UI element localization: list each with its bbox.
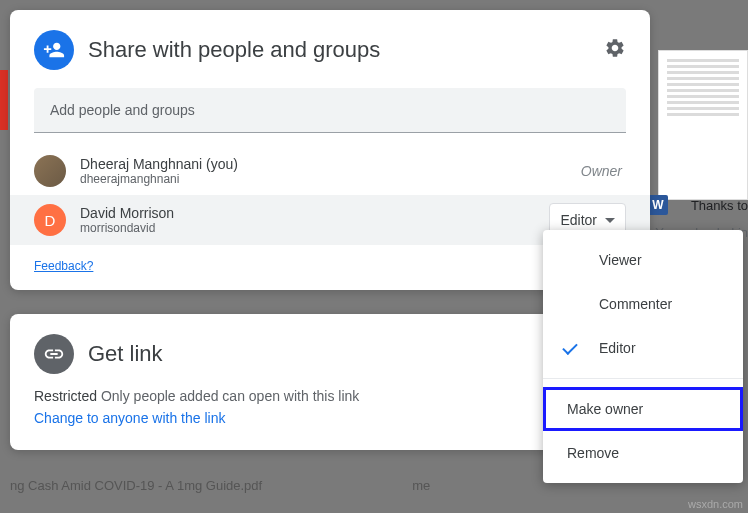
restricted-label: Restricted (34, 388, 97, 404)
bg-file-name: ng Cash Amid COVID-19 - A 1mg Guide.pdf (10, 478, 262, 493)
watermark: wsxdn.com (688, 498, 743, 510)
menu-item-viewer[interactable]: Viewer (543, 238, 743, 282)
bg-file-owner: me (412, 478, 430, 493)
person-email: morrisondavid (80, 221, 535, 235)
person-email: dheerajmanghnani (80, 172, 567, 186)
menu-item-commenter[interactable]: Commenter (543, 282, 743, 326)
role-dropdown-label: Editor (560, 212, 597, 228)
person-row-owner: Dheeraj Manghnani (you) dheerajmanghnani… (10, 147, 650, 195)
bg-thanks-text: Thanks to (691, 198, 748, 213)
role-dropdown-menu: Viewer Commenter Editor Make owner Remov… (543, 230, 743, 483)
feedback-link[interactable]: Feedback? (34, 259, 93, 273)
avatar: D (34, 204, 66, 236)
avatar (34, 155, 66, 187)
menu-item-editor[interactable]: Editor (543, 326, 743, 370)
link-icon (34, 334, 74, 374)
chevron-down-icon (605, 218, 615, 223)
menu-separator (543, 378, 743, 379)
person-name: David Morrison (80, 205, 535, 221)
settings-gear-icon[interactable] (604, 37, 626, 63)
role-owner-label: Owner (581, 163, 626, 179)
share-people-icon (34, 30, 74, 70)
word-doc-icon: W (648, 195, 668, 215)
menu-item-remove[interactable]: Remove (543, 431, 743, 475)
person-name: Dheeraj Manghnani (you) (80, 156, 567, 172)
menu-item-make-owner[interactable]: Make owner (543, 387, 743, 431)
share-dialog-title: Share with people and groups (88, 37, 590, 63)
add-people-input[interactable]: Add people and groups (34, 88, 626, 133)
restricted-desc: Only people added can open with this lin… (97, 388, 359, 404)
change-link-access[interactable]: Change to anyone with the link (34, 410, 626, 426)
